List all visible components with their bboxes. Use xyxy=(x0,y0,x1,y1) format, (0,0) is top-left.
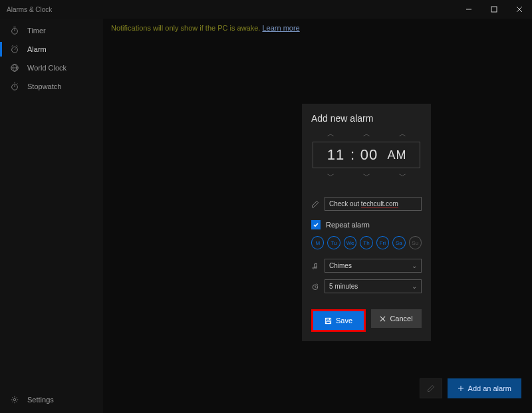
notification-text: Notifications will only show if the PC i… xyxy=(111,24,260,32)
svg-rect-1 xyxy=(491,7,497,12)
svg-point-22 xyxy=(315,267,317,268)
minute-down-icon[interactable]: ﹀ xyxy=(354,171,378,181)
snooze-icon xyxy=(311,283,319,291)
day-toggle-m[interactable]: M xyxy=(311,236,324,249)
svg-rect-26 xyxy=(327,321,331,323)
learn-more-link[interactable]: Learn more xyxy=(262,24,299,32)
alarm-name-input[interactable]: Check out techcult.com xyxy=(325,197,422,211)
day-toggle-sa[interactable]: Sa xyxy=(392,236,405,249)
day-toggle-we[interactable]: We xyxy=(344,236,356,249)
svg-line-17 xyxy=(17,84,17,84)
hour-down-icon[interactable]: ﹀ xyxy=(319,171,342,181)
window-title: Alarms & Clock xyxy=(7,6,52,13)
svg-line-10 xyxy=(16,45,17,46)
ampm-down-icon[interactable]: ﹀ xyxy=(390,171,414,181)
time-picker[interactable]: 11 : 00 AM xyxy=(313,142,420,168)
sound-select[interactable]: Chimes ⌄ xyxy=(325,259,422,273)
repeat-label: Repeat alarm xyxy=(326,221,370,229)
svg-point-7 xyxy=(11,47,17,53)
close-button[interactable] xyxy=(507,0,532,19)
content-area: Notifications will only show if the PC i… xyxy=(103,19,532,413)
repeat-checkbox[interactable] xyxy=(311,220,321,229)
gear-icon xyxy=(9,395,19,405)
day-toggle-th[interactable]: Th xyxy=(360,236,372,249)
svg-line-8 xyxy=(15,49,16,50)
svg-line-9 xyxy=(11,45,13,46)
snooze-row: 5 minutes ⌄ xyxy=(311,279,422,293)
sidebar-item-label: Settings xyxy=(27,396,54,404)
svg-rect-25 xyxy=(327,318,329,320)
sidebar: Timer Alarm World Clock Stopwatch Setti xyxy=(0,19,103,413)
minute-value[interactable]: 00 xyxy=(356,146,382,164)
window-controls xyxy=(456,0,532,19)
hour-value[interactable]: 11 xyxy=(323,146,349,164)
sidebar-item-worldclock[interactable]: World Clock xyxy=(0,59,103,77)
sidebar-item-label: Alarm xyxy=(27,45,47,53)
repeat-row: Repeat alarm xyxy=(311,220,422,229)
edit-icon xyxy=(311,200,319,208)
cancel-label: Cancel xyxy=(390,315,412,323)
sidebar-item-label: Stopwatch xyxy=(27,82,61,90)
edit-button[interactable] xyxy=(420,378,442,398)
sidebar-item-label: World Clock xyxy=(27,64,66,72)
sound-value: Chimes xyxy=(329,262,352,269)
save-button[interactable]: Save xyxy=(313,311,364,330)
snooze-select[interactable]: 5 minutes ⌄ xyxy=(325,279,422,293)
hour-up-icon[interactable]: ︿ xyxy=(319,129,342,139)
sidebar-item-timer[interactable]: Timer xyxy=(0,21,103,40)
sidebar-item-stopwatch[interactable]: Stopwatch xyxy=(0,77,103,96)
main-area: Timer Alarm World Clock Stopwatch Setti xyxy=(0,19,532,413)
time-colon: : xyxy=(350,146,354,164)
save-label: Save xyxy=(336,317,352,325)
titlebar: Alarms & Clock xyxy=(0,0,532,19)
time-down-row: ﹀ ﹀ ﹀ xyxy=(311,171,422,181)
maximize-button[interactable] xyxy=(481,0,507,19)
world-clock-icon xyxy=(9,63,19,73)
days-row: MTuWeThFriSaSu xyxy=(311,236,422,249)
sound-icon xyxy=(311,262,319,270)
bottom-actions: Add an alarm xyxy=(420,378,521,398)
add-alarm-button[interactable]: Add an alarm xyxy=(448,378,521,398)
time-up-row: ︿ ︿ ︿ xyxy=(311,129,422,139)
cancel-button[interactable]: Cancel xyxy=(371,309,422,328)
chevron-down-icon: ⌄ xyxy=(412,283,417,290)
minute-up-icon[interactable]: ︿ xyxy=(354,129,378,139)
add-alarm-label: Add an alarm xyxy=(468,384,511,392)
notification-banner: Notifications will only show if the PC i… xyxy=(103,19,532,32)
dialog-actions: Save Cancel xyxy=(311,309,422,332)
minimize-button[interactable] xyxy=(456,0,481,19)
alarm-name-row: Check out techcult.com xyxy=(311,197,422,211)
add-alarm-dialog: Add new alarm ︿ ︿ ︿ 11 : 00 AM ﹀ ﹀ ﹀ xyxy=(302,104,431,341)
snooze-value: 5 minutes xyxy=(329,283,358,290)
dialog-title: Add new alarm xyxy=(311,113,422,124)
day-toggle-su[interactable]: Su xyxy=(409,236,422,249)
sidebar-item-alarm[interactable]: Alarm xyxy=(0,40,103,59)
day-toggle-tu[interactable]: Tu xyxy=(327,236,340,249)
sidebar-item-label: Timer xyxy=(27,27,46,35)
sound-row: Chimes ⌄ xyxy=(311,259,422,273)
sidebar-item-settings[interactable]: Settings xyxy=(0,390,103,409)
alarm-icon xyxy=(9,45,19,55)
svg-point-18 xyxy=(13,398,16,401)
timer-icon xyxy=(9,26,19,36)
svg-point-21 xyxy=(313,267,314,268)
stopwatch-icon xyxy=(9,82,19,92)
chevron-down-icon: ⌄ xyxy=(412,262,417,269)
ampm-up-icon[interactable]: ︿ xyxy=(390,129,414,139)
ampm-value[interactable]: AM xyxy=(384,148,410,162)
day-toggle-fri[interactable]: Fri xyxy=(376,236,389,249)
